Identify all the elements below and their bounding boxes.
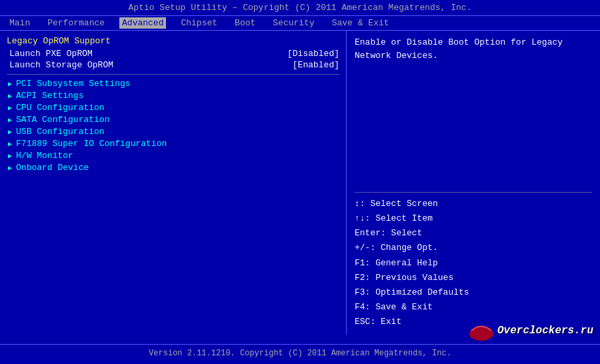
submenu-acpi[interactable]: ACPI Settings xyxy=(7,91,339,101)
watermark: Overclockers.ru xyxy=(468,321,593,341)
key-f1: F1: General Help xyxy=(355,256,592,271)
option-name-storage[interactable]: Launch Storage OpROM xyxy=(9,60,113,70)
right-panel: Enable or Disable Boot Option for Legacy… xyxy=(347,31,600,335)
option-row-storage: Launch Storage OpROM [Enabled] xyxy=(7,60,339,70)
menu-item-boot[interactable]: Boot xyxy=(232,17,258,29)
option-value-storage: [Enabled] xyxy=(293,60,339,70)
key-change: +/-: Change Opt. xyxy=(355,241,592,255)
submenu-f71889[interactable]: F71889 Super IO Configuration xyxy=(7,139,339,149)
key-f4: F4: Save & Exit xyxy=(355,300,592,315)
submenu-usb[interactable]: USB Configuration xyxy=(7,127,339,137)
menu-item-advanced[interactable]: Advanced xyxy=(119,17,166,29)
submenu-sata[interactable]: SATA Configuration xyxy=(7,115,339,125)
option-value-pxe: [Disabled] xyxy=(287,49,339,59)
key-f2: F2: Previous Values xyxy=(355,271,592,285)
key-help: ↕: Select Screen ↑↓: Select Item Enter: … xyxy=(355,197,592,329)
key-f3: F3: Optimized Defaults xyxy=(355,285,592,300)
help-text: Enable or Disable Boot Option for Legacy… xyxy=(355,36,592,183)
key-enter: Enter: Select xyxy=(355,226,592,241)
menu-item-security[interactable]: Security xyxy=(270,17,317,29)
submenu-pci[interactable]: PCI Subsystem Settings xyxy=(7,79,339,89)
left-panel: Legacy OpROM Support Launch PXE OpROM [D… xyxy=(0,31,347,335)
menu-item-performance[interactable]: Performance xyxy=(45,17,107,29)
key-select-screen: ↕: Select Screen xyxy=(355,197,592,211)
submenu-cpu[interactable]: CPU Configuration xyxy=(7,103,339,113)
title-bar: Aptio Setup Utility – Copyright (C) 2011… xyxy=(0,0,600,15)
section-label: Legacy OpROM Support xyxy=(7,36,339,46)
menu-item-save-exit[interactable]: Save & Exit xyxy=(329,17,392,29)
footer-text: Version 2.11.1210. Copyright (C) 2011 Am… xyxy=(149,349,451,358)
watermark-logo-icon xyxy=(468,321,495,341)
option-row-pxe: Launch PXE OpROM [Disabled] xyxy=(7,49,339,59)
submenu-hwmonitor[interactable]: H/W Monitor xyxy=(7,151,339,161)
footer-bar: Version 2.11.1210. Copyright (C) 2011 Am… xyxy=(0,344,600,364)
menu-item-chipset[interactable]: Chipset xyxy=(178,17,220,29)
option-name-pxe[interactable]: Launch PXE OpROM xyxy=(9,49,93,59)
key-select-item: ↑↓: Select Item xyxy=(355,211,592,226)
menu-bar: Main Performance Advanced Chipset Boot S… xyxy=(0,15,600,31)
submenu-onboard[interactable]: Onboard Device xyxy=(7,163,339,173)
main-content: Legacy OpROM Support Launch PXE OpROM [D… xyxy=(0,31,600,335)
watermark-text: Overclockers.ru xyxy=(497,325,593,337)
title-text: Aptio Setup Utility – Copyright (C) 2011… xyxy=(129,3,472,13)
menu-item-main[interactable]: Main xyxy=(7,17,33,29)
